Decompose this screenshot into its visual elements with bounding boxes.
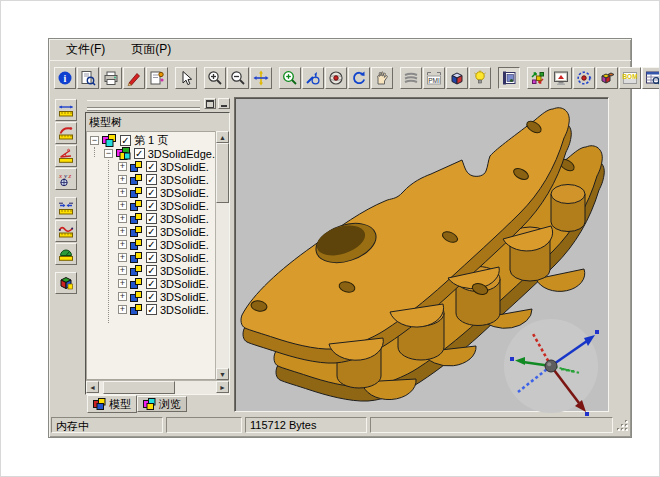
image-frame-button[interactable] (498, 67, 520, 89)
expand-expander-icon[interactable] (118, 253, 127, 262)
collapse-expander-icon[interactable] (104, 149, 113, 158)
node-checkbox[interactable] (146, 200, 157, 211)
select-cursor-button[interactable] (175, 67, 197, 89)
info-button[interactable]: i (54, 67, 76, 89)
expand-expander-icon[interactable] (118, 240, 127, 249)
node-checkbox[interactable] (146, 252, 157, 263)
zoom-dynamic-button[interactable] (302, 67, 324, 89)
measure-arc-button[interactable] (55, 122, 77, 144)
tree-node-part[interactable]: 3DSolidE. (87, 199, 215, 212)
node-checkbox[interactable] (146, 304, 157, 315)
expand-expander-icon[interactable] (118, 227, 127, 236)
tree-node-part[interactable]: 3DSolidE. (87, 303, 215, 316)
scrollbar-thumb[interactable] (216, 143, 229, 203)
print-button[interactable] (100, 67, 122, 89)
node-checkbox[interactable] (120, 135, 131, 146)
scroll-right-icon[interactable]: ► (216, 381, 229, 393)
tab-label: 浏览 (159, 397, 181, 412)
markup-pen-button[interactable] (123, 67, 145, 89)
status-field-memory: 内存中 (51, 417, 163, 433)
bom-button[interactable]: BOM (619, 67, 641, 89)
screen-capture-button[interactable] (550, 67, 572, 89)
expand-expander-icon[interactable] (118, 292, 127, 301)
node-checkbox[interactable] (146, 226, 157, 237)
tree-node-part[interactable]: 3DSolidE. (87, 160, 215, 173)
tree-node-part[interactable]: 3DSolidE. (87, 212, 215, 225)
measure-coordinate-button[interactable]: xyz (55, 168, 77, 190)
part-properties-button[interactable] (55, 272, 77, 294)
expand-expander-icon[interactable] (118, 188, 127, 197)
tree-vertical-scrollbar[interactable]: ▲ ▼ (215, 131, 229, 380)
scroll-down-icon[interactable]: ▼ (216, 368, 229, 380)
tree-node-part[interactable]: 3DSolidE. (87, 225, 215, 238)
part-node-icon (130, 200, 143, 212)
panel-restore-button[interactable] (204, 98, 216, 109)
print-preview-button[interactable] (77, 67, 99, 89)
measure-curve-button[interactable] (55, 220, 77, 242)
spin-animation-button[interactable] (573, 67, 595, 89)
bom-icon: BOM (622, 70, 638, 86)
orbit-button[interactable] (325, 67, 347, 89)
explode-parts-button[interactable] (527, 67, 549, 89)
measure-area-button[interactable] (55, 243, 77, 265)
tree-node-part[interactable]: 3DSolidE. (87, 173, 215, 186)
bom-table-button[interactable] (642, 67, 660, 89)
tree-node-part[interactable]: 3DSolidE. (87, 186, 215, 199)
view-cube-button[interactable] (446, 67, 468, 89)
expand-expander-icon[interactable] (118, 175, 127, 184)
node-checkbox[interactable] (146, 213, 157, 224)
expand-expander-icon[interactable] (118, 162, 127, 171)
zoom-out-button[interactable] (227, 67, 249, 89)
tree-node-part[interactable]: 3DSolidE. (87, 264, 215, 277)
menu-file[interactable]: 文件(F) (61, 39, 110, 60)
tab-browse[interactable]: 浏览 (137, 396, 187, 412)
layers-button[interactable] (400, 67, 422, 89)
measure-distance-button[interactable] (55, 99, 77, 121)
hand-pan-button[interactable] (371, 67, 393, 89)
tree-node-assembly[interactable]: 3DSolidEdge. (87, 147, 215, 160)
tree-node-part[interactable]: 3DSolidE. (87, 251, 215, 264)
pan-cross-button[interactable] (250, 67, 272, 89)
expand-expander-icon[interactable] (118, 214, 127, 223)
node-checkbox[interactable] (146, 278, 157, 289)
lightbulb-button[interactable] (469, 67, 491, 89)
refresh-button[interactable] (348, 67, 370, 89)
node-checkbox[interactable] (146, 161, 157, 172)
node-checkbox[interactable] (146, 187, 157, 198)
collapse-expander-icon[interactable] (90, 136, 99, 145)
scroll-up-icon[interactable]: ▲ (216, 131, 229, 143)
node-checkbox[interactable] (146, 239, 157, 250)
viewport-3d[interactable] (234, 97, 609, 412)
tab-model[interactable]: 模型 (87, 395, 137, 413)
tree-node-part[interactable]: 3DSolidE. (87, 277, 215, 290)
tree-horizontal-scrollbar[interactable]: ◄ ► (86, 380, 229, 394)
panel-drag-gripper[interactable] (87, 100, 200, 108)
tree-node-part[interactable]: 3DSolidE. (87, 290, 215, 303)
measure-gap-button[interactable] (55, 197, 77, 219)
zoom-window-button[interactable] (279, 67, 301, 89)
zoom-in-button[interactable] (204, 67, 226, 89)
tree-node-part[interactable]: 3DSolidE. (87, 238, 215, 251)
scrollbar-track[interactable] (216, 203, 229, 368)
menu-page[interactable]: 页面(P) (126, 39, 176, 60)
node-checkbox[interactable] (146, 265, 157, 276)
scrollbar-thumb[interactable] (103, 381, 175, 394)
assembly-cubes-button[interactable] (596, 67, 618, 89)
node-checkbox[interactable] (146, 291, 157, 302)
node-checkbox[interactable] (146, 174, 157, 185)
model-tree-panel: 模型树 第 1 页 (83, 95, 232, 414)
node-checkbox[interactable] (134, 148, 145, 159)
expand-expander-icon[interactable] (118, 201, 127, 210)
resize-grip-icon[interactable] (616, 419, 629, 432)
expand-expander-icon[interactable] (118, 266, 127, 275)
scroll-left-icon[interactable]: ◄ (86, 381, 99, 393)
pmi-button[interactable]: PMI (423, 67, 445, 89)
stamp-button[interactable] (146, 67, 168, 89)
measure-angle-button[interactable] (55, 145, 77, 167)
scrollbar-track[interactable] (175, 381, 216, 394)
tree-node-page[interactable]: 第 1 页 (87, 134, 215, 147)
expand-expander-icon[interactable] (118, 305, 127, 314)
panel-minimize-button[interactable] (218, 98, 230, 109)
svg-text:x: x (58, 172, 63, 180)
expand-expander-icon[interactable] (118, 279, 127, 288)
